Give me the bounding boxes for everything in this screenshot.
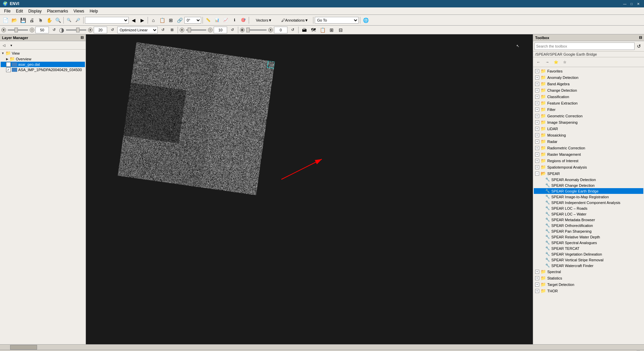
layer-toggle1[interactable]: 🏔 — [300, 26, 308, 34]
layer-checkbox2[interactable]: ✓ — [6, 67, 11, 72]
map-area[interactable]: ↖ — [86, 34, 533, 344]
cursor-button[interactable]: 🖱 — [36, 16, 44, 24]
toolbox-item-32[interactable]: 🔧SPEAR Watercraft Finder — [534, 263, 643, 268]
expand-btn-16[interactable]: − — [535, 172, 539, 176]
toolbox-item-23[interactable]: 🔧SPEAR LOC – Water — [534, 211, 643, 217]
print-button[interactable]: 🖨 — [28, 16, 36, 24]
toolbox-item-35[interactable]: +📁Target Detection — [534, 281, 643, 288]
brightness-reset[interactable]: ↺ — [50, 26, 58, 34]
sharpen-value[interactable] — [274, 27, 287, 33]
expand-btn-2[interactable]: + — [535, 82, 539, 86]
toolbox-item-12[interactable]: +📁Radiometric Correction — [534, 145, 643, 151]
expand-btn-15[interactable]: + — [535, 165, 539, 169]
brightness-circle2[interactable]: ○ — [30, 28, 34, 32]
grid-button[interactable]: ⊞ — [167, 16, 175, 24]
contrast-circle[interactable]: ● — [88, 28, 93, 32]
goto-select[interactable]: Go To — [315, 17, 359, 24]
sharpen-reset[interactable]: ↺ — [288, 26, 297, 34]
layer-manager-collapse[interactable]: ⊟ — [81, 35, 84, 40]
expand-btn-14[interactable]: + — [535, 159, 539, 163]
expand-btn-0[interactable]: + — [535, 69, 539, 73]
toolbox-item-14[interactable]: +📁Regions of Interest — [534, 157, 643, 164]
toolbox-item-18[interactable]: 🔧SPEAR Change Detection — [534, 182, 643, 188]
layer-toggle3[interactable]: 📋 — [318, 26, 327, 34]
expand-btn-11[interactable]: + — [535, 140, 539, 144]
expand-btn-1[interactable]: + — [535, 76, 539, 80]
layer-overview-item[interactable]: ▶ 📁 Overview — [1, 56, 85, 62]
sharpen-circle2[interactable]: ● — [268, 28, 273, 32]
stretch-apply[interactable]: ↺ — [159, 26, 167, 34]
toolbox-forward-button[interactable]: → — [543, 58, 551, 66]
toolbox-item-26[interactable]: 🔧SPEAR Pan Sharpening — [534, 228, 643, 234]
toolbox-star2-button[interactable]: ☆ — [561, 58, 569, 66]
next-view-button[interactable]: ▶ — [138, 16, 146, 24]
new-button[interactable]: 📄 — [1, 16, 9, 24]
layer-toggle4[interactable]: ⊞ — [328, 26, 336, 34]
pan-button[interactable]: ✋ — [45, 16, 53, 24]
stretch-options[interactable]: ⊞ — [168, 26, 176, 34]
toolbox-item-22[interactable]: 🔧SPEAR LOC – Roads — [534, 205, 643, 211]
layer-collapse-button[interactable]: ◁ — [1, 42, 7, 49]
link-button[interactable]: 🔗 — [176, 16, 184, 24]
expand-btn-6[interactable]: + — [535, 108, 539, 112]
toolbox-item-30[interactable]: 🔧SPEAR Vegetation Delineation — [534, 251, 643, 257]
measure-button[interactable]: 📏 — [204, 16, 212, 24]
toolbox-item-7[interactable]: +📁Geometric Correction — [534, 113, 643, 119]
sharpen-circle[interactable]: ◐ — [240, 28, 245, 32]
info-button[interactable]: ℹ — [231, 16, 239, 24]
opacity-slider[interactable] — [186, 29, 206, 31]
toolbox-search-input[interactable] — [534, 42, 635, 50]
rotation-select[interactable]: 0° — [184, 17, 201, 24]
toolbox-item-13[interactable]: +📁Raster Management — [534, 151, 643, 157]
cursor-info-button[interactable]: 🎯 — [239, 16, 247, 24]
layer-checkbox1[interactable]: ✓ — [6, 62, 11, 67]
expand-btn-5[interactable]: + — [535, 101, 539, 105]
toolbox-item-19[interactable]: 🔧SPEAR Google Earth Bridge — [534, 188, 643, 194]
toolbox-refresh-button[interactable]: ↺ — [635, 42, 643, 50]
toolbox-item-11[interactable]: +📁Radar — [534, 138, 643, 145]
layer-button[interactable]: 📋 — [158, 16, 166, 24]
zoom-button2[interactable]: 🔎 — [74, 16, 82, 24]
annotations-dropdown[interactable]: 🖊 Annotations▼ — [278, 16, 312, 24]
brightness-value[interactable] — [35, 27, 49, 33]
brightness-slider[interactable] — [8, 29, 28, 31]
contrast-reset[interactable]: ↺ — [108, 26, 116, 34]
menu-edit[interactable]: Edit — [13, 8, 26, 14]
toolbox-item-9[interactable]: +📁LiDAR — [534, 125, 643, 132]
zoom-in-button[interactable]: 🔍 — [54, 16, 62, 24]
menu-views[interactable]: Views — [71, 8, 87, 14]
expand-btn-36[interactable]: + — [535, 289, 539, 293]
menu-help[interactable]: Help — [87, 8, 101, 14]
toolbox-item-2[interactable]: +📁Band Algebra — [534, 81, 643, 87]
layer-asa-item[interactable]: ✓ ASA_IMP_1PNDPA20040429_034500 — [1, 67, 85, 72]
toolbox-item-29[interactable]: 🔧SPEAR TERCAT — [534, 245, 643, 251]
layer-toggle2[interactable]: 🗺 — [309, 26, 317, 34]
toolbox-item-10[interactable]: +📁Mosaicking — [534, 132, 643, 138]
toolbox-collapse[interactable]: ⊟ — [639, 35, 642, 40]
expand-btn-9[interactable]: + — [535, 127, 539, 131]
menu-placemarks[interactable]: Placemarks — [44, 8, 71, 14]
stretch-type-select[interactable]: Optimized Linear — [117, 27, 158, 33]
opacity-value[interactable] — [214, 27, 227, 33]
close-button[interactable]: ✕ — [635, 1, 641, 6]
layer-toggle5[interactable]: ⊟ — [337, 26, 345, 34]
expand-btn-10[interactable]: + — [535, 133, 539, 137]
save-button[interactable]: 💾 — [19, 16, 27, 24]
open-button[interactable]: 📂 — [10, 16, 18, 24]
toolbox-item-33[interactable]: +📁Spectral — [534, 268, 643, 275]
toolbox-item-5[interactable]: +📁Feature Extraction — [534, 100, 643, 106]
brightness-circle[interactable]: ● — [1, 28, 6, 32]
menu-file[interactable]: File — [1, 8, 13, 14]
toolbox-item-25[interactable]: 🔧SPEAR Orthorectification — [534, 223, 643, 228]
zoom-level-select[interactable]: 4.1% (1:24.4...) — [85, 17, 129, 24]
toolbox-item-8[interactable]: +📁Image Sharpening — [534, 119, 643, 125]
toolbox-star-button[interactable]: ⭐ — [552, 58, 560, 66]
profile-button[interactable]: 📊 — [213, 16, 221, 24]
prev-view-button[interactable]: ◀ — [129, 16, 137, 24]
maximize-button[interactable]: □ — [628, 1, 635, 6]
layer-view-item[interactable]: ▼ 📁 View — [1, 50, 85, 56]
expand-btn-12[interactable]: + — [535, 146, 539, 150]
menu-display[interactable]: Display — [26, 8, 44, 14]
toolbox-back-button[interactable]: ← — [534, 58, 543, 66]
toolbox-item-16[interactable]: −📂SPEAR — [534, 170, 643, 177]
